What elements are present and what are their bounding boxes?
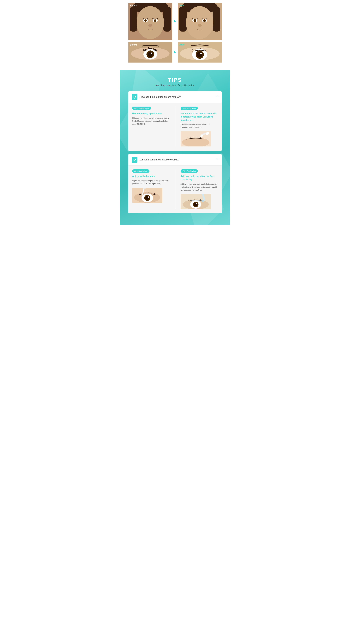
svg-point-38 <box>197 52 202 57</box>
eye-before-label: Before <box>130 44 137 46</box>
q-cols-2: After Application Adjust with the stick.… <box>132 169 218 209</box>
svg-line-66 <box>149 192 149 193</box>
badge-after-app-2-1: After Application <box>132 169 149 173</box>
q-card-1: Q How can I make it look more natural? ⌃… <box>128 91 222 151</box>
svg-point-26 <box>151 52 152 54</box>
svg-line-30 <box>151 47 151 49</box>
eye-before-box: Before <box>128 42 172 62</box>
eye-stick-svg <box>132 188 162 203</box>
badge-after-app-1: After Application <box>181 106 198 110</box>
badge-after-app-2-2: After Application <box>181 169 198 173</box>
svg-point-39 <box>200 53 202 54</box>
svg-point-8 <box>154 19 156 22</box>
svg-point-6 <box>144 19 147 22</box>
q-col-1-2: After Application Gently trace the coate… <box>181 106 218 146</box>
before-after-section: Before <box>120 0 230 70</box>
q-question-2: What if I can't make double eyelids? <box>140 158 216 161</box>
q-header-1[interactable]: Q How can I make it look more natural? ⌃ <box>128 91 222 103</box>
arrow-right-icon <box>173 19 177 23</box>
col-heading-1-1: Use shimmery eyeshadows. <box>132 112 170 115</box>
col-body-1-1: Shimmery eyeshadows help to achieve natu… <box>132 116 170 126</box>
face-before-label: Before <box>130 4 137 7</box>
arrow-right-icon-2 <box>173 50 177 54</box>
second-coat-svg <box>181 194 211 209</box>
eye-after-box: After <box>178 42 222 62</box>
q-col-2-1: After Application Adjust with the stick.… <box>132 169 170 209</box>
svg-point-9 <box>148 24 152 27</box>
svg-marker-10 <box>174 20 176 23</box>
q-card-2: Q What if I can't make double eyelids? ⌃… <box>128 154 222 214</box>
face-after-svg <box>178 3 222 40</box>
q-icon-1: Q <box>132 94 137 100</box>
eye-comparison-row: Before <box>126 42 224 62</box>
col-body-2-1: Adjust the crease using tip of the speci… <box>132 179 170 185</box>
second-coat-image <box>181 194 211 209</box>
col-body-1-2: This helps to reduce the shininess of OR… <box>181 123 218 129</box>
face-comparison-row: Before <box>126 3 224 40</box>
svg-point-25 <box>148 52 153 57</box>
face-after-label: After <box>179 4 184 7</box>
svg-point-20 <box>198 24 202 27</box>
q-col-1-1: Before Application Use shimmery eyeshado… <box>132 106 170 146</box>
q-chevron-2[interactable]: ⌃ <box>216 158 218 162</box>
col-heading-2-1: Adjust with the stick. <box>132 175 170 178</box>
q-body-2: After Application Adjust with the stick.… <box>128 166 222 214</box>
svg-marker-33 <box>174 51 176 54</box>
svg-line-50 <box>194 136 194 138</box>
tips-subtitle: More tips to make beautiful double eyeli… <box>128 84 222 86</box>
face-before-svg <box>128 3 172 40</box>
svg-rect-13 <box>179 7 187 32</box>
col-body-2-2: Adding second coat may also help to make… <box>181 182 218 192</box>
face-arrow <box>172 19 178 23</box>
eye-arrow <box>172 50 178 54</box>
svg-point-19 <box>203 19 206 22</box>
svg-point-76 <box>196 203 197 204</box>
q-chevron-1[interactable]: ⌃ <box>216 95 218 99</box>
badge-before-app-1: Before Application <box>132 106 151 110</box>
q-body-1: Before Application Use shimmery eyeshado… <box>128 103 222 151</box>
svg-rect-2 <box>130 7 137 32</box>
svg-point-4 <box>137 6 164 39</box>
tips-title: TIPS <box>128 77 222 83</box>
swab-image <box>181 132 211 146</box>
swab-svg <box>181 132 211 146</box>
col-heading-2-2: Add second coat after the first coat is … <box>181 175 218 181</box>
q-header-2[interactable]: Q What if I can't make double eyelids? ⌃ <box>128 154 222 166</box>
svg-line-79 <box>194 198 194 200</box>
face-after-box: After <box>178 3 222 40</box>
q-question-1: How can I make it look more natural? <box>140 96 216 98</box>
svg-point-62 <box>148 196 149 198</box>
svg-rect-14 <box>213 7 220 32</box>
face-before-box: Before <box>128 3 172 40</box>
eye-stick-image <box>132 188 162 203</box>
svg-point-17 <box>194 19 196 22</box>
col-heading-1-2: Gently trace the coated area with a cott… <box>181 112 218 122</box>
q-cols-1: Before Application Use shimmery eyeshado… <box>132 106 218 146</box>
tips-section: TIPS More tips to make beautiful double … <box>120 70 230 225</box>
svg-point-15 <box>186 6 213 39</box>
svg-rect-3 <box>163 7 171 32</box>
q-col-2-2: After Application Add second coat after … <box>181 169 218 209</box>
eye-after-label: After <box>179 44 184 46</box>
q-icon-2: Q <box>132 157 137 163</box>
